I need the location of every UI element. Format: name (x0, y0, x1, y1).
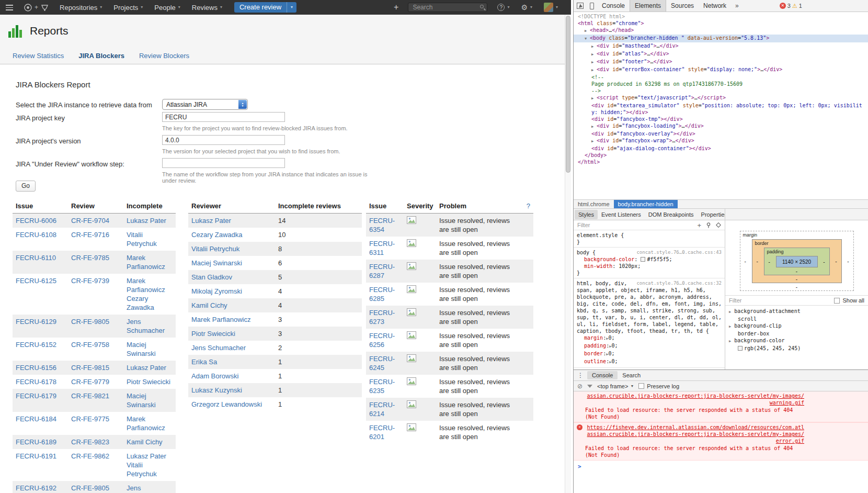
review-link[interactable]: CR-FE-9716 (71, 231, 109, 239)
computed-property[interactable]: ▶ background-attachment (729, 308, 864, 316)
expand-arrow[interactable]: ▶ (591, 59, 597, 66)
computed-property[interactable]: ▶ background-clip (729, 322, 864, 330)
incomplete-reviewer-link[interactable]: Maciej Swinarski (127, 340, 173, 358)
help-menu-button[interactable]: ?▾ (492, 0, 515, 15)
issue-link[interactable]: FECRU-6256 (369, 332, 395, 349)
reviewer-link[interactable]: Maciej Swinarski (191, 259, 242, 267)
expand-arrow[interactable]: ▶ (591, 138, 597, 145)
reviewer-link[interactable]: Erika Sa (191, 358, 217, 366)
user-menu-button[interactable]: ▾ (538, 0, 564, 15)
breadcrumb-html[interactable]: html.chrome (574, 200, 614, 208)
incomplete-reviewer-link[interactable]: Piotr Swiecicki (127, 377, 173, 386)
issue-link[interactable]: FECRU-6189 (16, 438, 56, 446)
incomplete-reviewer-link[interactable]: Kamil Cichy (127, 438, 173, 446)
devtools-tab-network[interactable]: Network (699, 0, 731, 12)
review-link[interactable]: CR-FE-9821 (71, 392, 109, 400)
console-prompt[interactable]: > (574, 461, 868, 473)
reviewer-link[interactable]: Stan Gladkov (191, 273, 232, 281)
sidebar-tab-dom-breakpoints[interactable]: DOM Breakpoints (645, 210, 698, 219)
devtools-tab-sources[interactable]: Sources (666, 0, 699, 12)
show-all-toggle[interactable]: Show all (834, 297, 864, 304)
tab-review-statistics[interactable]: Review Statistics (13, 52, 64, 60)
tree-node[interactable]: ▶<div id="footer">…</div> (574, 58, 868, 66)
tree-node[interactable]: <div id="textarea_simulator" style="posi… (574, 102, 868, 116)
expand-arrow[interactable]: ▶ (591, 124, 597, 130)
nav-menu-projects[interactable]: Projects▾ (108, 0, 149, 15)
tree-node[interactable]: ▶<div id="fancybox-wrap">…</div> (574, 137, 868, 145)
reviewer-link[interactable]: Mikolaj Zyromski (191, 287, 242, 295)
device-mode-button[interactable] (587, 3, 597, 9)
expand-arrow[interactable]: ▶ (729, 324, 731, 329)
expand-arrow[interactable]: ▶ (585, 28, 590, 35)
tree-node[interactable]: ▶<div id="masthead">…</div> (574, 42, 868, 50)
tree-node[interactable]: ▶<div id="errorBox-container" style="dis… (574, 66, 868, 74)
incomplete-reviewer-link[interactable]: Marek Parfianowicz (127, 276, 173, 294)
issue-link[interactable]: FECRU-6178 (16, 378, 56, 386)
console-tab[interactable]: Console (587, 371, 618, 379)
color-swatch[interactable] (641, 257, 645, 262)
go-button[interactable]: Go (16, 181, 36, 192)
tree-node[interactable]: Page produced in 63298 ms on qtp17431867… (574, 81, 868, 87)
preserve-log-toggle[interactable]: Preserve log (638, 383, 679, 389)
issue-link[interactable]: FECRU-6191 (16, 452, 56, 460)
clear-console-icon[interactable]: ⊘ (577, 383, 583, 389)
tree-node[interactable]: <div id="fancybox-tmp"></div> (574, 116, 868, 122)
admin-menu-button[interactable]: ⚙▾ (515, 0, 538, 15)
create-review-dropdown-button[interactable]: ▾ (287, 2, 296, 13)
review-link[interactable]: CR-FE-9805 (71, 318, 109, 326)
reviewer-link[interactable]: Lukasz Kuzynski (191, 386, 242, 394)
devtools-tab-console[interactable]: Console (597, 0, 630, 12)
css-source-link[interactable]: concat.style.76…0.cache.css:32 (636, 280, 722, 287)
issue-link[interactable]: FECRU-6285 (369, 286, 395, 302)
reviewer-link[interactable]: Adam Borowski (191, 372, 238, 380)
tree-node[interactable]: <html class="chrome"> (574, 20, 868, 27)
issue-link[interactable]: FECRU-6192 (16, 484, 56, 492)
issue-link[interactable]: FECRU-6152 (16, 341, 56, 349)
review-link[interactable]: CR-FE-9862 (71, 452, 109, 460)
issue-link[interactable]: FECRU-6354 (369, 217, 395, 233)
jira-instance-select[interactable]: Atlassian JIRA ▲ ▼ (162, 99, 248, 110)
new-style-rule-icon[interactable]: + (697, 222, 701, 229)
box-model-border[interactable]: border - - - padding - - - 1140 × 2520 (752, 239, 842, 283)
devtools-tab-elements[interactable]: Elements (630, 0, 666, 12)
box-model-content[interactable]: 1140 × 2520 (776, 256, 818, 267)
incomplete-reviewer-link[interactable]: Cezary Zawadka (127, 294, 173, 312)
nav-menu-reviews[interactable]: Reviews▾ (186, 0, 228, 15)
issue-link[interactable]: FECRU-6129 (16, 318, 56, 326)
review-link[interactable]: CR-FE-9823 (71, 438, 109, 446)
resource-link[interactable]: https://fisheye.dev.internal.atlassian.c… (585, 424, 804, 444)
tree-node[interactable]: <div id="ajax-dialog-container"></div> (574, 145, 868, 152)
issue-link[interactable]: FECRU-6179 (16, 392, 56, 400)
tree-node[interactable]: </body> (574, 152, 868, 159)
styles-filter-input[interactable]: Filter (577, 222, 590, 228)
review-link[interactable]: CR-FE-9704 (71, 217, 109, 225)
color-format-icon[interactable] (716, 222, 721, 228)
computed-property[interactable]: ▶ background-color (729, 337, 864, 345)
review-link[interactable]: CR-FE-9739 (71, 277, 109, 285)
element-state-pin-icon[interactable] (706, 222, 711, 228)
reviewer-link[interactable]: Cezary Zawadka (191, 231, 243, 239)
issue-link[interactable]: FECRU-6245 (369, 355, 395, 372)
show-all-checkbox[interactable] (834, 298, 840, 304)
issue-link[interactable]: FECRU-6214 (369, 401, 395, 418)
incomplete-reviewer-link[interactable]: Jens Schumacher (127, 484, 173, 493)
incomplete-reviewer-link[interactable]: Maciej Swinarski (127, 391, 173, 409)
issue-link[interactable]: FECRU-6108 (16, 231, 56, 239)
computed-filter-input[interactable]: Filter (729, 297, 741, 304)
reviewer-link[interactable]: Piotr Swiecicki (191, 330, 235, 338)
style-rule-element-style[interactable]: element.style { } (574, 230, 725, 248)
workflow-step-input[interactable] (162, 158, 285, 168)
css-source-link[interactable]: concat.style.76…0.cache.css:43 (636, 249, 722, 256)
box-model-padding[interactable]: padding - - - 1140 × 2520 (764, 248, 830, 275)
tree-node[interactable]: <div id="fancybox-overlay"></div> (574, 130, 868, 137)
problems-help-link[interactable]: ? (527, 202, 530, 210)
review-link[interactable]: CR-FE-9775 (71, 415, 109, 423)
quick-add-button[interactable]: + (389, 3, 404, 12)
inspect-element-button[interactable] (574, 3, 587, 9)
create-review-button[interactable]: Create review (234, 2, 287, 13)
reviewer-link[interactable]: Vitalii Petrychuk (191, 245, 239, 253)
expand-arrow[interactable]: ▶ (591, 67, 597, 74)
incomplete-reviewer-link[interactable]: Lukasz Pater (127, 216, 173, 225)
review-link[interactable]: CR-FE-9758 (71, 341, 109, 349)
reviewer-link[interactable]: Grzegorz Lewandowski (191, 400, 262, 408)
